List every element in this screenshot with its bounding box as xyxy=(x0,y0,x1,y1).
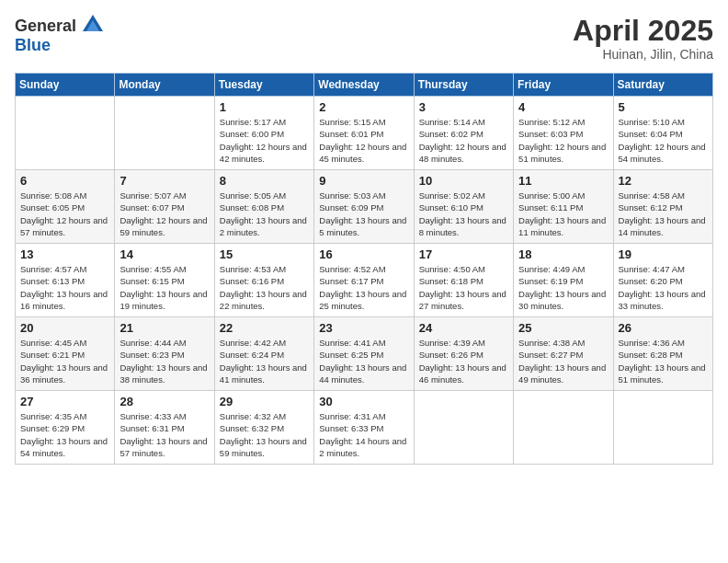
calendar-cell: 9Sunrise: 5:03 AM Sunset: 6:09 PM Daylig… xyxy=(314,170,414,244)
calendar-cell: 3Sunrise: 5:14 AM Sunset: 6:02 PM Daylig… xyxy=(414,97,513,170)
day-number: 16 xyxy=(319,247,408,261)
calendar-cell: 30Sunrise: 4:31 AM Sunset: 6:33 PM Dayli… xyxy=(314,391,414,465)
calendar-cell: 22Sunrise: 4:42 AM Sunset: 6:24 PM Dayli… xyxy=(214,317,313,391)
day-info: Sunrise: 5:00 AM Sunset: 6:11 PM Dayligh… xyxy=(518,190,608,238)
day-info: Sunrise: 4:32 AM Sunset: 6:32 PM Dayligh… xyxy=(220,410,309,459)
day-info: Sunrise: 5:10 AM Sunset: 6:04 PM Dayligh… xyxy=(619,116,708,165)
day-number: 19 xyxy=(619,247,708,261)
day-number: 30 xyxy=(319,395,408,408)
calendar-title: April 2025 xyxy=(573,15,713,47)
calendar-cell: 13Sunrise: 4:57 AM Sunset: 6:13 PM Dayli… xyxy=(16,244,115,317)
weekday-header-cell: Monday xyxy=(115,74,214,97)
day-info: Sunrise: 5:07 AM Sunset: 6:07 PM Dayligh… xyxy=(119,190,209,238)
day-number: 5 xyxy=(619,100,708,114)
day-info: Sunrise: 4:50 AM Sunset: 6:18 PM Dayligh… xyxy=(419,263,508,312)
day-number: 20 xyxy=(20,321,109,335)
day-info: Sunrise: 5:03 AM Sunset: 6:09 PM Dayligh… xyxy=(319,190,408,238)
day-info: Sunrise: 4:45 AM Sunset: 6:21 PM Dayligh… xyxy=(20,337,109,385)
calendar-cell: 24Sunrise: 4:39 AM Sunset: 6:26 PM Dayli… xyxy=(414,317,513,391)
calendar-cell: 19Sunrise: 4:47 AM Sunset: 6:20 PM Dayli… xyxy=(613,244,712,317)
weekday-header-cell: Saturday xyxy=(613,74,712,97)
day-info: Sunrise: 4:55 AM Sunset: 6:15 PM Dayligh… xyxy=(119,263,209,312)
calendar-cell: 11Sunrise: 5:00 AM Sunset: 6:11 PM Dayli… xyxy=(514,170,613,244)
day-number: 12 xyxy=(619,174,708,188)
day-number: 26 xyxy=(619,321,708,335)
day-info: Sunrise: 4:39 AM Sunset: 6:26 PM Dayligh… xyxy=(419,337,508,385)
calendar-cell: 16Sunrise: 4:52 AM Sunset: 6:17 PM Dayli… xyxy=(314,244,414,317)
day-info: Sunrise: 4:57 AM Sunset: 6:13 PM Dayligh… xyxy=(20,263,109,312)
calendar-cell: 15Sunrise: 4:53 AM Sunset: 6:16 PM Dayli… xyxy=(214,244,313,317)
calendar-week-row: 20Sunrise: 4:45 AM Sunset: 6:21 PM Dayli… xyxy=(16,317,713,391)
day-info: Sunrise: 4:42 AM Sunset: 6:24 PM Dayligh… xyxy=(220,337,309,385)
day-number: 15 xyxy=(220,247,309,261)
day-number: 18 xyxy=(518,247,608,261)
day-number: 6 xyxy=(20,174,109,188)
calendar-cell: 10Sunrise: 5:02 AM Sunset: 6:10 PM Dayli… xyxy=(414,170,513,244)
calendar-cell: 25Sunrise: 4:38 AM Sunset: 6:27 PM Dayli… xyxy=(514,317,613,391)
day-number: 27 xyxy=(20,395,109,408)
calendar-week-row: 1Sunrise: 5:17 AM Sunset: 6:00 PM Daylig… xyxy=(16,97,713,170)
calendar-cell xyxy=(16,97,115,170)
weekday-header-cell: Wednesday xyxy=(314,74,414,97)
calendar-subtitle: Huinan, Jilin, China xyxy=(573,47,713,62)
calendar-cell: 18Sunrise: 4:49 AM Sunset: 6:19 PM Dayli… xyxy=(514,244,613,317)
day-info: Sunrise: 4:49 AM Sunset: 6:19 PM Dayligh… xyxy=(518,263,608,312)
day-info: Sunrise: 4:31 AM Sunset: 6:33 PM Dayligh… xyxy=(319,410,408,459)
calendar-cell: 8Sunrise: 5:05 AM Sunset: 6:08 PM Daylig… xyxy=(214,170,313,244)
calendar-cell: 5Sunrise: 5:10 AM Sunset: 6:04 PM Daylig… xyxy=(613,97,712,170)
weekday-header-cell: Sunday xyxy=(16,74,115,97)
weekday-header-row: SundayMondayTuesdayWednesdayThursdayFrid… xyxy=(16,74,713,97)
day-number: 28 xyxy=(119,395,209,408)
day-info: Sunrise: 4:41 AM Sunset: 6:25 PM Dayligh… xyxy=(319,337,408,385)
calendar-cell: 23Sunrise: 4:41 AM Sunset: 6:25 PM Dayli… xyxy=(314,317,414,391)
logo-text: General Blue xyxy=(15,15,103,55)
day-number: 25 xyxy=(518,321,608,335)
calendar-cell: 6Sunrise: 5:08 AM Sunset: 6:05 PM Daylig… xyxy=(16,170,115,244)
day-number: 4 xyxy=(518,100,608,114)
page-header: General Blue April 2025 Huinan, Jilin, C… xyxy=(15,15,713,62)
calendar-table: SundayMondayTuesdayWednesdayThursdayFrid… xyxy=(15,73,713,465)
calendar-cell xyxy=(414,391,513,465)
title-block: April 2025 Huinan, Jilin, China xyxy=(573,15,713,62)
day-info: Sunrise: 5:08 AM Sunset: 6:05 PM Dayligh… xyxy=(20,190,109,238)
calendar-cell xyxy=(115,97,214,170)
calendar-week-row: 6Sunrise: 5:08 AM Sunset: 6:05 PM Daylig… xyxy=(16,170,713,244)
logo: General Blue xyxy=(15,15,103,55)
day-number: 8 xyxy=(220,174,309,188)
day-number: 17 xyxy=(419,247,508,261)
day-info: Sunrise: 4:36 AM Sunset: 6:28 PM Dayligh… xyxy=(619,337,708,385)
weekday-header-cell: Friday xyxy=(514,74,613,97)
day-number: 2 xyxy=(319,100,408,114)
calendar-cell: 21Sunrise: 4:44 AM Sunset: 6:23 PM Dayli… xyxy=(115,317,214,391)
day-info: Sunrise: 4:53 AM Sunset: 6:16 PM Dayligh… xyxy=(220,263,309,312)
day-number: 7 xyxy=(119,174,209,188)
day-number: 1 xyxy=(220,100,309,114)
day-info: Sunrise: 4:33 AM Sunset: 6:31 PM Dayligh… xyxy=(119,410,209,459)
calendar-cell: 12Sunrise: 4:58 AM Sunset: 6:12 PM Dayli… xyxy=(613,170,712,244)
logo-general: General xyxy=(15,17,76,35)
day-number: 3 xyxy=(419,100,508,114)
calendar-cell: 20Sunrise: 4:45 AM Sunset: 6:21 PM Dayli… xyxy=(16,317,115,391)
calendar-cell: 26Sunrise: 4:36 AM Sunset: 6:28 PM Dayli… xyxy=(613,317,712,391)
calendar-cell: 29Sunrise: 4:32 AM Sunset: 6:32 PM Dayli… xyxy=(214,391,313,465)
day-info: Sunrise: 4:58 AM Sunset: 6:12 PM Dayligh… xyxy=(619,190,708,238)
day-info: Sunrise: 4:52 AM Sunset: 6:17 PM Dayligh… xyxy=(319,263,408,312)
day-number: 9 xyxy=(319,174,408,188)
day-number: 13 xyxy=(20,247,109,261)
day-info: Sunrise: 5:12 AM Sunset: 6:03 PM Dayligh… xyxy=(518,116,608,165)
day-info: Sunrise: 4:47 AM Sunset: 6:20 PM Dayligh… xyxy=(619,263,708,312)
day-info: Sunrise: 5:02 AM Sunset: 6:10 PM Dayligh… xyxy=(419,190,508,238)
day-info: Sunrise: 5:14 AM Sunset: 6:02 PM Dayligh… xyxy=(419,116,508,165)
day-number: 10 xyxy=(419,174,508,188)
weekday-header-cell: Thursday xyxy=(414,74,513,97)
day-info: Sunrise: 5:05 AM Sunset: 6:08 PM Dayligh… xyxy=(220,190,309,238)
day-info: Sunrise: 4:38 AM Sunset: 6:27 PM Dayligh… xyxy=(518,337,608,385)
day-number: 24 xyxy=(419,321,508,335)
weekday-header-cell: Tuesday xyxy=(214,74,313,97)
calendar-cell: 27Sunrise: 4:35 AM Sunset: 6:29 PM Dayli… xyxy=(16,391,115,465)
calendar-cell: 2Sunrise: 5:15 AM Sunset: 6:01 PM Daylig… xyxy=(314,97,414,170)
calendar-week-row: 13Sunrise: 4:57 AM Sunset: 6:13 PM Dayli… xyxy=(16,244,713,317)
day-number: 23 xyxy=(319,321,408,335)
calendar-body: 1Sunrise: 5:17 AM Sunset: 6:00 PM Daylig… xyxy=(16,97,713,465)
day-info: Sunrise: 4:44 AM Sunset: 6:23 PM Dayligh… xyxy=(119,337,209,385)
